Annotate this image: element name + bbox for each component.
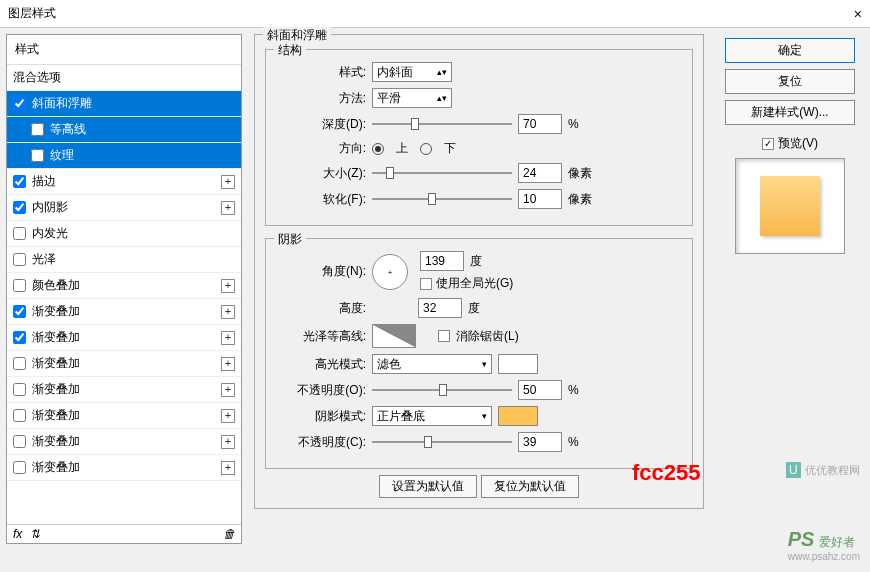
sidebar-item[interactable]: 等高线 <box>7 117 241 143</box>
sidebar-item-label: 渐变叠加 <box>32 381 217 398</box>
sidebar-item-label: 渐变叠加 <box>32 407 217 424</box>
highlight-mode-select[interactable]: 滤色▾ <box>372 354 492 374</box>
effect-checkbox[interactable] <box>13 253 26 266</box>
depth-unit: % <box>568 117 598 131</box>
sidebar-item[interactable]: 渐变叠加+ <box>7 377 241 403</box>
sidebar-item[interactable]: 渐变叠加+ <box>7 403 241 429</box>
effect-checkbox[interactable] <box>13 383 26 396</box>
effect-checkbox[interactable] <box>13 357 26 370</box>
size-slider[interactable] <box>372 164 512 182</box>
sidebar-footer: fx ⇅ 🗑 <box>7 524 241 543</box>
set-default-button[interactable]: 设置为默认值 <box>379 475 477 498</box>
plus-icon[interactable]: + <box>221 175 235 189</box>
antialias-checkbox[interactable] <box>438 330 450 342</box>
highlight-color-swatch[interactable] <box>498 354 538 374</box>
sidebar-item[interactable]: 颜色叠加+ <box>7 273 241 299</box>
effect-checkbox[interactable] <box>13 435 26 448</box>
effect-checkbox[interactable] <box>13 227 26 240</box>
sidebar-item[interactable]: 内发光 <box>7 221 241 247</box>
plus-icon[interactable]: + <box>221 357 235 371</box>
effect-checkbox[interactable] <box>13 305 26 318</box>
plus-icon[interactable]: + <box>221 461 235 475</box>
sidebar-item[interactable]: 渐变叠加+ <box>7 325 241 351</box>
plus-icon[interactable]: + <box>221 305 235 319</box>
opacity1-input[interactable] <box>518 380 562 400</box>
effect-checkbox[interactable] <box>31 149 44 162</box>
opacity2-slider[interactable] <box>372 433 512 451</box>
depth-input[interactable] <box>518 114 562 134</box>
new-style-button[interactable]: 新建样式(W)... <box>725 100 855 125</box>
sidebar-item[interactable]: 混合选项 <box>7 65 241 91</box>
plus-icon[interactable]: + <box>221 409 235 423</box>
effect-checkbox[interactable] <box>31 123 44 136</box>
trash-icon[interactable]: 🗑 <box>223 527 235 541</box>
effect-checkbox[interactable] <box>13 201 26 214</box>
sidebar-item-label: 光泽 <box>32 251 235 268</box>
plus-icon[interactable]: + <box>221 383 235 397</box>
global-light-checkbox[interactable] <box>420 278 432 290</box>
watermark: U 优优教程网 <box>786 460 860 478</box>
preview-swatch <box>760 176 820 236</box>
effect-checkbox[interactable] <box>13 279 26 292</box>
down-radio[interactable] <box>420 143 432 155</box>
soften-input[interactable] <box>518 189 562 209</box>
sidebar-item[interactable]: 渐变叠加+ <box>7 299 241 325</box>
opacity2-input[interactable] <box>518 432 562 452</box>
chevron-icon: ▾ <box>482 359 487 369</box>
styles-sidebar: 样式 混合选项斜面和浮雕等高线纹理描边+内阴影+内发光光泽颜色叠加+渐变叠加+渐… <box>0 28 248 572</box>
angle-input[interactable] <box>420 251 464 271</box>
effect-checkbox[interactable] <box>13 175 26 188</box>
opacity1-label: 不透明度(O): <box>276 382 366 399</box>
angle-label: 角度(N): <box>276 263 366 280</box>
style-select[interactable]: 内斜面▴▾ <box>372 62 452 82</box>
depth-slider[interactable] <box>372 115 512 133</box>
sidebar-item[interactable]: 渐变叠加+ <box>7 455 241 481</box>
sidebar-item-label: 颜色叠加 <box>32 277 217 294</box>
color-annotation: fcc255 <box>632 460 701 486</box>
effect-checkbox[interactable] <box>13 409 26 422</box>
arrows-icon[interactable]: ⇅ <box>30 527 40 541</box>
soften-label: 软化(F): <box>276 191 366 208</box>
sidebar-item-label: 纹理 <box>50 147 235 164</box>
effect-checkbox[interactable] <box>13 97 26 110</box>
effect-checkbox[interactable] <box>13 331 26 344</box>
effect-checkbox[interactable] <box>13 461 26 474</box>
up-radio[interactable] <box>372 143 384 155</box>
size-input[interactable] <box>518 163 562 183</box>
soften-slider[interactable] <box>372 190 512 208</box>
plus-icon[interactable]: + <box>221 435 235 449</box>
sidebar-item-label: 斜面和浮雕 <box>32 95 235 112</box>
plus-icon[interactable]: + <box>221 279 235 293</box>
sidebar-item[interactable]: 描边+ <box>7 169 241 195</box>
right-panel: 确定 复位 新建样式(W)... ✓ 预览(V) <box>710 28 870 572</box>
opacity1-slider[interactable] <box>372 381 512 399</box>
angle-dial[interactable]: + <box>372 254 408 290</box>
plus-icon[interactable]: + <box>221 201 235 215</box>
ok-button[interactable]: 确定 <box>725 38 855 63</box>
sidebar-item[interactable]: 光泽 <box>7 247 241 273</box>
shadow-color-swatch[interactable] <box>498 406 538 426</box>
altitude-unit: 度 <box>468 300 480 317</box>
sidebar-item[interactable]: 渐变叠加+ <box>7 351 241 377</box>
sidebar-item-label: 内阴影 <box>32 199 217 216</box>
close-icon[interactable]: × <box>854 6 862 22</box>
sidebar-item[interactable]: 内阴影+ <box>7 195 241 221</box>
preview-label: 预览(V) <box>778 135 818 152</box>
altitude-input[interactable] <box>418 298 462 318</box>
gloss-contour-picker[interactable] <box>372 324 416 348</box>
direction-label: 方向: <box>276 140 366 157</box>
size-label: 大小(Z): <box>276 165 366 182</box>
reset-default-button[interactable]: 复位为默认值 <box>481 475 579 498</box>
down-label: 下 <box>444 140 456 157</box>
preview-checkbox[interactable]: ✓ <box>762 138 774 150</box>
cancel-button[interactable]: 复位 <box>725 69 855 94</box>
shadow-mode-label: 阴影模式: <box>276 408 366 425</box>
sidebar-item[interactable]: 渐变叠加+ <box>7 429 241 455</box>
fx-label[interactable]: fx <box>13 527 22 541</box>
sidebar-header: 样式 <box>7 35 241 65</box>
sidebar-item[interactable]: 纹理 <box>7 143 241 169</box>
sidebar-item[interactable]: 斜面和浮雕 <box>7 91 241 117</box>
plus-icon[interactable]: + <box>221 331 235 345</box>
method-select[interactable]: 平滑▴▾ <box>372 88 452 108</box>
shadow-mode-select[interactable]: 正片叠底▾ <box>372 406 492 426</box>
